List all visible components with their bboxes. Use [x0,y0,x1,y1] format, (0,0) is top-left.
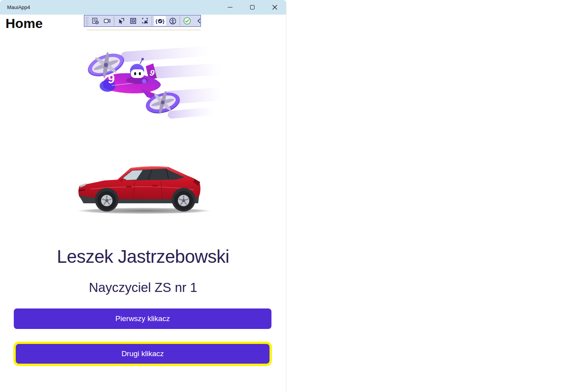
minimize-button[interactable] [219,0,241,15]
accessibility-person-icon [169,17,177,25]
track-focused-element-button[interactable] [140,16,150,26]
page-title: Home [6,16,43,31]
green-check-icon [183,17,191,25]
window-controls [219,0,286,15]
live-visual-tree-button[interactable] [90,16,100,26]
dotnet-bot-drone-image: 9 9 [73,43,223,126]
profile-subtitle-label: Nayczyciel ZS nr 1 [0,280,286,295]
second-clicker-button[interactable]: Drugi klikacz [16,344,269,364]
close-icon [272,5,277,10]
profile-name-label: Leszek Jastrzebowski [0,246,286,268]
collapse-toolbar-button[interactable] [194,16,204,26]
svg-text:9: 9 [107,72,116,86]
chevron-left-icon [196,18,202,24]
selection-cursor-icon [118,17,125,24]
window-title: MauiApp4 [7,4,30,10]
video-camera-icon [104,17,111,24]
live-visual-tree-icon [92,17,99,24]
red-car-image [67,158,221,219]
record-button[interactable] [102,16,112,26]
accessibility-checker-button[interactable] [168,16,178,26]
brace-close: } [163,19,165,24]
toolbar-separator [180,16,180,26]
debug-toolbar: { } [84,15,201,27]
hot-reload-button[interactable]: { } [154,16,166,26]
display-layout-adorners-button[interactable] [128,16,138,26]
toolbar-separator [114,16,114,26]
nested-squares-icon [130,17,137,24]
titlebar: MauiApp4 [0,0,286,15]
toolbar-separator [152,16,152,26]
enable-selection-button[interactable] [116,16,126,26]
minimize-icon [228,7,232,7]
maximize-button[interactable] [241,0,264,15]
maximize-icon [250,5,255,9]
braces-check-icon [158,19,163,24]
hot-reload-status-button[interactable] [182,16,192,26]
selection-rect-cursor-icon [141,17,149,24]
app-window: MauiApp4 Home [0,0,286,392]
grip-handle[interactable] [85,16,88,26]
first-clicker-button[interactable]: Pierwszy klikacz [14,308,271,329]
close-button[interactable] [264,0,286,15]
